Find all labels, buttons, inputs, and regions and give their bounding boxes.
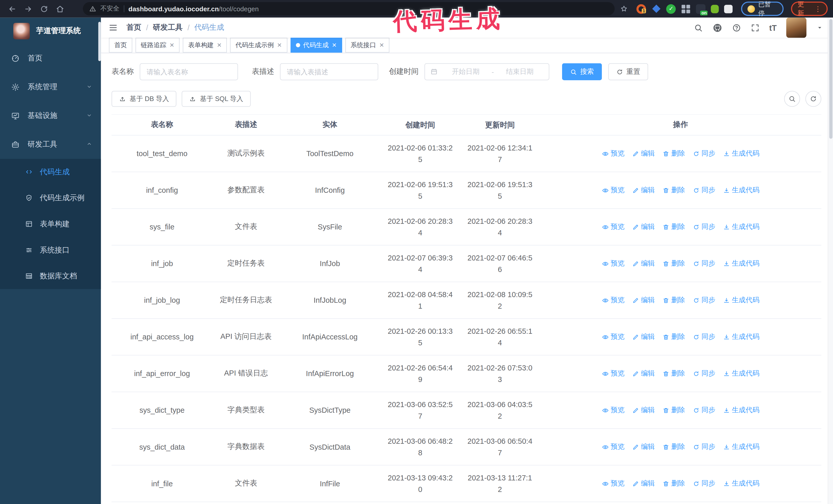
tab-表单构建[interactable]: 表单构建✕ bbox=[183, 38, 227, 52]
preview-link[interactable]: 预览 bbox=[601, 222, 624, 232]
generate-code-link[interactable]: 生成代码 bbox=[723, 442, 759, 452]
extension-green-robot-icon[interactable] bbox=[711, 5, 719, 13]
import-db-button[interactable]: 基于 DB 导入 bbox=[112, 91, 176, 106]
tab-close-icon[interactable]: ✕ bbox=[217, 42, 222, 49]
profile-paused-chip[interactable]: 已暂停 bbox=[741, 2, 784, 16]
sidebar-item-infra[interactable]: 基础设施 bbox=[0, 101, 101, 130]
preview-link[interactable]: 预览 bbox=[601, 405, 624, 415]
delete-link[interactable]: 删除 bbox=[662, 369, 685, 378]
sidebar-item-dev-tools[interactable]: 研发工具 bbox=[0, 130, 101, 159]
tab-系统接口[interactable]: 系统接口✕ bbox=[345, 38, 389, 52]
github-icon[interactable] bbox=[712, 23, 722, 32]
edit-link[interactable]: 编辑 bbox=[632, 332, 654, 341]
user-avatar[interactable] bbox=[786, 18, 807, 38]
sidebar-item-db-doc[interactable]: 数据库文档 bbox=[0, 263, 101, 289]
preview-link[interactable]: 预览 bbox=[601, 259, 624, 268]
sync-link[interactable]: 同步 bbox=[693, 259, 715, 268]
sync-link[interactable]: 同步 bbox=[693, 369, 715, 378]
delete-link[interactable]: 删除 bbox=[662, 295, 685, 305]
sidebar-item-form-builder[interactable]: 表单构建 bbox=[0, 211, 101, 237]
search-button[interactable]: 搜索 bbox=[562, 63, 602, 80]
sync-link[interactable]: 同步 bbox=[693, 442, 715, 452]
tab-代码生成示例[interactable]: 代码生成示例✕ bbox=[230, 38, 287, 52]
address-bar[interactable]: 不安全 dashboard.yudao.iocoder.cn/tool/code… bbox=[83, 2, 615, 16]
sidebar-item-system[interactable]: 系统管理 bbox=[0, 73, 101, 101]
tab-首页[interactable]: 首页 bbox=[109, 38, 132, 52]
sync-link[interactable]: 同步 bbox=[693, 185, 715, 195]
tab-close-icon[interactable]: ✕ bbox=[332, 42, 337, 49]
delete-link[interactable]: 删除 bbox=[662, 259, 685, 268]
preview-link[interactable]: 预览 bbox=[601, 369, 624, 378]
search-icon[interactable] bbox=[694, 23, 703, 32]
sync-link[interactable]: 同步 bbox=[693, 332, 715, 341]
page-scrollbar-thumb[interactable] bbox=[829, 19, 832, 139]
delete-link[interactable]: 删除 bbox=[662, 185, 685, 195]
sync-link[interactable]: 同步 bbox=[693, 222, 715, 232]
show-search-button[interactable] bbox=[784, 91, 800, 106]
generate-code-link[interactable]: 生成代码 bbox=[723, 332, 759, 341]
generate-code-link[interactable]: 生成代码 bbox=[723, 259, 759, 268]
preview-link[interactable]: 预览 bbox=[601, 295, 624, 305]
help-icon[interactable] bbox=[732, 23, 741, 32]
sidebar-item-codegen[interactable]: 代码生成 bbox=[0, 159, 101, 185]
edit-link[interactable]: 编辑 bbox=[632, 369, 654, 378]
generate-code-link[interactable]: 生成代码 bbox=[723, 405, 759, 415]
sync-link[interactable]: 同步 bbox=[693, 295, 715, 305]
preview-link[interactable]: 预览 bbox=[601, 185, 624, 195]
generate-code-link[interactable]: 生成代码 bbox=[723, 479, 759, 488]
delete-link[interactable]: 删除 bbox=[662, 479, 685, 488]
edit-link[interactable]: 编辑 bbox=[632, 222, 654, 232]
update-button[interactable]: 更新 ⋮ bbox=[791, 2, 828, 16]
breadcrumb-item[interactable]: 代码生成 bbox=[194, 23, 224, 32]
tab-close-icon[interactable]: ✕ bbox=[169, 42, 174, 49]
preview-link[interactable]: 预览 bbox=[601, 332, 624, 341]
extension-orange-monkey-icon[interactable]: 1 bbox=[637, 4, 646, 14]
delete-link[interactable]: 删除 bbox=[662, 332, 685, 341]
generate-code-link[interactable]: 生成代码 bbox=[723, 295, 759, 305]
reload-button[interactable] bbox=[37, 2, 51, 16]
sync-link[interactable]: 同步 bbox=[693, 479, 715, 488]
generate-code-link[interactable]: 生成代码 bbox=[723, 369, 759, 378]
home-button[interactable] bbox=[53, 2, 67, 16]
edit-link[interactable]: 编辑 bbox=[632, 479, 654, 488]
refresh-table-button[interactable] bbox=[805, 91, 821, 106]
tab-close-icon[interactable]: ✕ bbox=[379, 42, 384, 49]
edit-link[interactable]: 编辑 bbox=[632, 149, 654, 158]
sidebar-item-codegen-demo[interactable]: 代码生成示例 bbox=[0, 185, 101, 211]
breadcrumb-item[interactable]: 首页 bbox=[126, 23, 141, 32]
sync-link[interactable]: 同步 bbox=[693, 149, 715, 158]
delete-link[interactable]: 删除 bbox=[662, 405, 685, 415]
extension-grid-tool-icon[interactable] bbox=[681, 4, 691, 14]
generate-code-link[interactable]: 生成代码 bbox=[723, 185, 759, 195]
breadcrumb-item[interactable]: 研发工具 bbox=[153, 23, 183, 32]
reset-button[interactable]: 重置 bbox=[608, 63, 648, 80]
delete-link[interactable]: 删除 bbox=[662, 222, 685, 232]
extension-blue-gem-icon[interactable] bbox=[651, 4, 661, 14]
generate-code-link[interactable]: 生成代码 bbox=[723, 149, 759, 158]
font-size-icon[interactable]: tT bbox=[769, 23, 777, 32]
app-logo[interactable]: 芋道管理系统 bbox=[0, 18, 101, 44]
import-sql-button[interactable]: 基于 SQL 导入 bbox=[182, 91, 251, 106]
tab-代码生成[interactable]: 代码生成✕ bbox=[290, 38, 342, 52]
sidebar-scrollbar-thumb[interactable] bbox=[98, 22, 101, 61]
edit-link[interactable]: 编辑 bbox=[632, 259, 654, 268]
tab-链路追踪[interactable]: 链路追踪✕ bbox=[136, 38, 180, 52]
extension-dark-switch-icon[interactable]: on bbox=[696, 4, 706, 14]
fullscreen-icon[interactable] bbox=[751, 23, 759, 32]
delete-link[interactable]: 删除 bbox=[662, 149, 685, 158]
edit-link[interactable]: 编辑 bbox=[632, 295, 654, 305]
hamburger-icon[interactable] bbox=[109, 23, 118, 32]
sidebar-item-home[interactable]: 首页 bbox=[0, 44, 101, 73]
back-button[interactable] bbox=[5, 2, 19, 16]
extension-puzzle-icon[interactable] bbox=[724, 5, 733, 13]
avatar-caret-down-icon[interactable] bbox=[816, 24, 824, 31]
extension-green-check-icon[interactable]: ✓ bbox=[666, 4, 676, 14]
preview-link[interactable]: 预览 bbox=[601, 479, 624, 488]
table-name-input[interactable] bbox=[140, 63, 238, 80]
edit-link[interactable]: 编辑 bbox=[632, 185, 654, 195]
edit-link[interactable]: 编辑 bbox=[632, 442, 654, 452]
sidebar-item-system-api[interactable]: 系统接口 bbox=[0, 237, 101, 263]
date-range-picker[interactable]: 开始日期 - 结束日期 bbox=[425, 63, 549, 80]
table-desc-input[interactable] bbox=[280, 63, 378, 80]
bookmark-star-icon[interactable] bbox=[620, 5, 628, 13]
